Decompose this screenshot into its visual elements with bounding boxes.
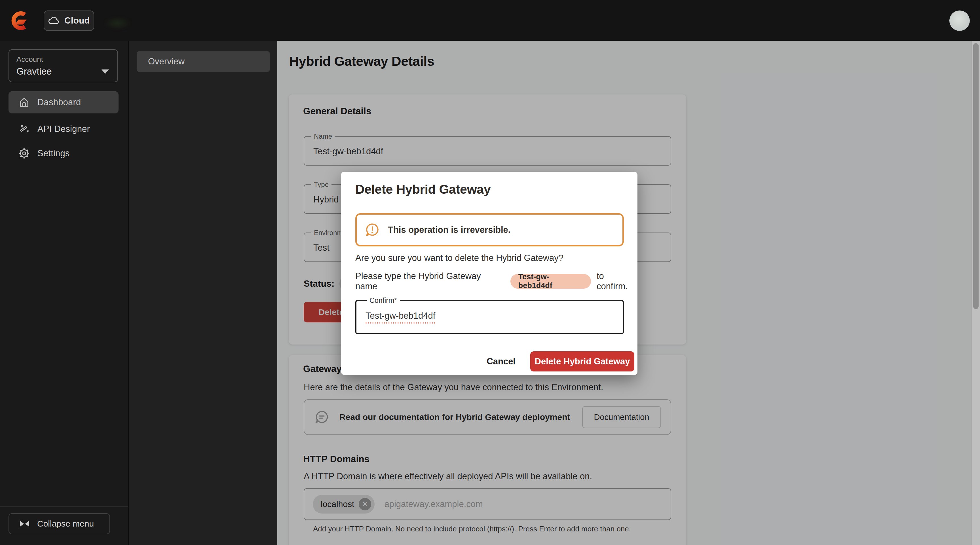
sidebar: Account Gravtiee Dashboard API Designer xyxy=(0,41,128,545)
sidebar-item-label: API Designer xyxy=(37,124,90,134)
warning-text: This operation is irreversible. xyxy=(388,225,511,235)
dialog-actions: Cancel Delete Hybrid Gateway xyxy=(480,351,634,372)
subnav-item-overview[interactable]: Overview xyxy=(137,51,270,72)
cloud-button-label: Cloud xyxy=(64,16,90,26)
blurred-badge xyxy=(104,16,131,30)
home-icon xyxy=(18,96,30,108)
top-navbar: Cloud xyxy=(0,0,980,41)
cancel-button[interactable]: Cancel xyxy=(480,356,522,367)
scrollbar-thumb[interactable] xyxy=(973,43,978,309)
chevron-down-icon xyxy=(102,70,109,74)
collapse-menu-label: Collapse menu xyxy=(37,519,94,529)
confirm-instruction-suffix: to confirm. xyxy=(597,271,638,291)
sidebar-item-api-designer[interactable]: API Designer xyxy=(8,118,119,140)
secondary-sidebar: Overview xyxy=(128,41,277,545)
confirm-field-value[interactable]: Test-gw-beb1d4df xyxy=(366,311,435,324)
collapse-icon xyxy=(20,521,29,527)
sidebar-item-label: Dashboard xyxy=(37,97,81,108)
account-label: Account xyxy=(16,55,110,64)
gateway-name-chip: Test-gw-beb1d4df xyxy=(511,274,591,289)
magic-wand-icon xyxy=(18,123,30,135)
gravitee-logo-icon xyxy=(10,11,29,30)
confirm-instruction-prefix: Please type the Hybrid Gateway name xyxy=(355,271,505,291)
gear-icon xyxy=(18,148,30,159)
sidebar-item-label: Settings xyxy=(37,148,70,159)
collapse-menu-button[interactable]: Collapse menu xyxy=(8,513,110,534)
warning-bubble-icon xyxy=(365,222,380,238)
cloud-icon xyxy=(48,15,60,27)
confirm-name-field[interactable]: Confirm* Test-gw-beb1d4df xyxy=(355,300,624,334)
delete-gateway-dialog: Delete Hybrid Gateway This operation is … xyxy=(341,172,638,375)
user-avatar[interactable] xyxy=(950,11,970,31)
sidebar-item-settings[interactable]: Settings xyxy=(8,142,119,164)
sidebar-divider xyxy=(0,507,128,507)
account-value: Gravtiee xyxy=(16,66,52,77)
cloud-button[interactable]: Cloud xyxy=(44,11,94,31)
confirm-question: Are you sure you want to delete the Hybr… xyxy=(355,253,563,263)
confirm-delete-button[interactable]: Delete Hybrid Gateway xyxy=(530,351,634,372)
confirm-instruction: Please type the Hybrid Gateway name Test… xyxy=(355,271,638,291)
warning-banner: This operation is irreversible. xyxy=(355,213,624,246)
confirm-field-label: Confirm* xyxy=(367,296,400,305)
dialog-title: Delete Hybrid Gateway xyxy=(355,182,490,197)
account-selector[interactable]: Account Gravtiee xyxy=(8,49,118,82)
subnav-item-label: Overview xyxy=(148,56,185,67)
sidebar-item-dashboard[interactable]: Dashboard xyxy=(8,91,119,113)
scrollbar-track[interactable] xyxy=(972,41,980,545)
